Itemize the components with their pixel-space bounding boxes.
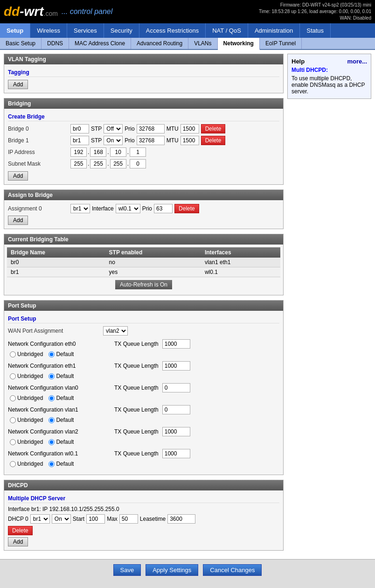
assignment0-prio-input[interactable] xyxy=(154,204,173,213)
subnet-oct3-input[interactable] xyxy=(110,159,126,168)
bridge-add-button[interactable]: Add xyxy=(8,171,28,181)
eth0-tx-input[interactable] xyxy=(162,339,190,349)
wan-port-select[interactable]: vlan2 vlan0 vlan1 xyxy=(103,326,128,336)
vlan0-default-label[interactable]: Default xyxy=(49,395,74,401)
apply-button[interactable]: Apply Settings xyxy=(146,564,198,576)
subtab-mac[interactable]: MAC Address Clone xyxy=(69,38,131,49)
tagging-add-button[interactable]: Add xyxy=(8,80,28,89)
vlan0-tx-input[interactable] xyxy=(162,383,190,392)
assignment0-bridge-select[interactable]: br1 br0 xyxy=(70,204,90,213)
auto-refresh-button[interactable]: Auto-Refresh is On xyxy=(115,280,172,289)
dhcp0-leasetime-input[interactable] xyxy=(167,514,195,524)
nav-tab-security[interactable]: Security xyxy=(104,23,139,38)
vlan0-unbridged-label[interactable]: Unbridged xyxy=(10,395,43,401)
content-side: Help more... Multi DHCPD: To use multipl… xyxy=(287,54,371,555)
vlan1-unbridged-radio[interactable] xyxy=(10,417,16,423)
bridge0-stp-select[interactable]: Off On xyxy=(104,124,123,133)
subtab-networking[interactable]: Networking xyxy=(218,38,260,50)
content-area: VLAN Tagging Tagging Add Bridging Create… xyxy=(4,54,371,555)
ip-oct4-input[interactable] xyxy=(130,147,146,157)
vlan1-config: Network Configuration vlan1 TX Queue Len… xyxy=(8,405,279,424)
vlan2-tx-input[interactable] xyxy=(162,427,190,436)
help-more-link[interactable]: more... xyxy=(347,58,367,65)
vlan2-unbridged-label[interactable]: Unbridged xyxy=(10,439,43,445)
ip-oct1-input[interactable] xyxy=(70,147,87,157)
bridge1-stp-select[interactable]: Off On xyxy=(104,136,123,145)
vlan2-unbridged-radio[interactable] xyxy=(10,439,16,445)
nav-tab-wireless[interactable]: Wireless xyxy=(30,23,67,38)
bridge1-mtu-label: MTU xyxy=(167,137,179,144)
eth0-default-radio[interactable] xyxy=(49,351,55,357)
vlan1-default-radio[interactable] xyxy=(49,417,55,423)
table-row: br0 no vlan1 eth1 xyxy=(7,258,280,267)
eth1-unbridged-text: Unbridged xyxy=(17,373,43,379)
wl01-default-radio[interactable] xyxy=(49,461,55,467)
vlan0-unbridged-radio[interactable] xyxy=(10,395,16,401)
eth0-default-label[interactable]: Default xyxy=(49,351,74,357)
assign-add-button[interactable]: Add xyxy=(8,216,28,225)
subtab-vlans[interactable]: VLANs xyxy=(188,38,217,49)
eth1-unbridged-radio[interactable] xyxy=(10,373,16,379)
nav-tab-access[interactable]: Access Restrictions xyxy=(139,23,206,38)
bridging-header: Bridging xyxy=(4,98,283,109)
bridging-table-content: Bridge Name STP enabled Interfaces br0 n… xyxy=(4,245,283,295)
eth1-default-radio[interactable] xyxy=(49,373,55,379)
subtab-basic[interactable]: Basic Setup xyxy=(0,38,42,49)
bridge0-mtu-input[interactable] xyxy=(181,124,199,133)
subnet-mask-row: Subnet Mask . . . xyxy=(8,159,279,168)
col-bridge-name: Bridge Name xyxy=(7,247,105,258)
bridge1-label: Bridge 1 xyxy=(8,137,69,144)
subnet-oct4-input[interactable] xyxy=(130,159,146,168)
bridge0-delete-button[interactable]: Delete xyxy=(201,124,226,133)
eth1-tx-input[interactable] xyxy=(162,361,190,371)
assignment0-delete-button[interactable]: Delete xyxy=(174,204,199,213)
subtab-ddns[interactable]: DDNS xyxy=(42,38,69,49)
vlan-tagging-content: Tagging Add xyxy=(4,64,283,93)
nav-tab-status[interactable]: Status xyxy=(300,23,331,38)
wl01-unbridged-label[interactable]: Unbridged xyxy=(10,461,43,467)
dhcp-add-button[interactable]: Add xyxy=(8,537,28,546)
ip-oct2-input[interactable] xyxy=(90,147,106,157)
save-button[interactable]: Save xyxy=(113,564,141,576)
bridge1-name-input[interactable] xyxy=(70,136,89,145)
wl01-unbridged-radio[interactable] xyxy=(10,461,16,467)
wl01-tx-input[interactable] xyxy=(162,449,190,458)
eth0-unbridged-radio[interactable] xyxy=(10,351,16,357)
dhcp0-start-input[interactable] xyxy=(86,514,105,524)
bridge1-prio-input[interactable] xyxy=(137,136,165,145)
vlan2-default-radio[interactable] xyxy=(49,439,55,445)
dhcp0-bridge-select[interactable]: br1 br0 xyxy=(30,514,50,524)
vlan1-default-label[interactable]: Default xyxy=(49,417,74,423)
bridge0-name-input[interactable] xyxy=(70,124,89,133)
eth1-default-label[interactable]: Default xyxy=(49,373,74,379)
nav-tab-services[interactable]: Services xyxy=(67,23,104,38)
subnet-oct1-input[interactable] xyxy=(70,159,87,168)
eth1-unbridged-label[interactable]: Unbridged xyxy=(10,373,43,379)
bridge0-prio-input[interactable] xyxy=(137,124,165,133)
nav-tab-nat[interactable]: NAT / QoS xyxy=(206,23,248,38)
subtab-eoip[interactable]: EoIP Tunnel xyxy=(260,38,302,49)
subnet-oct2-input[interactable] xyxy=(90,159,106,168)
eth0-label: Network Configuration eth0 xyxy=(8,341,111,347)
ip-oct3-input[interactable] xyxy=(110,147,126,157)
vlan1-unbridged-label[interactable]: Unbridged xyxy=(10,417,43,423)
dhcp0-max-input[interactable] xyxy=(119,514,138,524)
vlan1-tx-input[interactable] xyxy=(162,405,190,414)
vlan2-unbridged-text: Unbridged xyxy=(17,439,43,445)
bridge1-delete-button[interactable]: Delete xyxy=(201,136,226,145)
assignment0-interface-select[interactable]: wl0.1 eth0 eth1 xyxy=(116,204,140,213)
nav-tab-setup[interactable]: Setup xyxy=(0,23,30,38)
bridge1-mtu-input[interactable] xyxy=(181,136,199,145)
dhcp0-state-select[interactable]: On Off xyxy=(52,514,71,524)
vlan2-default-label[interactable]: Default xyxy=(49,439,74,445)
wl01-default-label[interactable]: Default xyxy=(49,461,74,467)
vlan0-default-radio[interactable] xyxy=(49,395,55,401)
assign-bridge-content: Assignment 0 br1 br0 Interface wl0.1 eth… xyxy=(4,200,283,229)
nav-tab-admin[interactable]: Administration xyxy=(248,23,300,38)
cancel-button[interactable]: Cancel Changes xyxy=(203,564,262,576)
dhcp0-delete-button[interactable]: Delete xyxy=(8,526,33,535)
header-info: Firmware: DD-WRT v24-sp2 (03/25/13) mini… xyxy=(259,2,371,21)
dhcp-buttons: Delete xyxy=(8,526,279,535)
eth0-unbridged-label[interactable]: Unbridged xyxy=(10,351,43,357)
subtab-routing[interactable]: Advanced Routing xyxy=(131,38,188,49)
